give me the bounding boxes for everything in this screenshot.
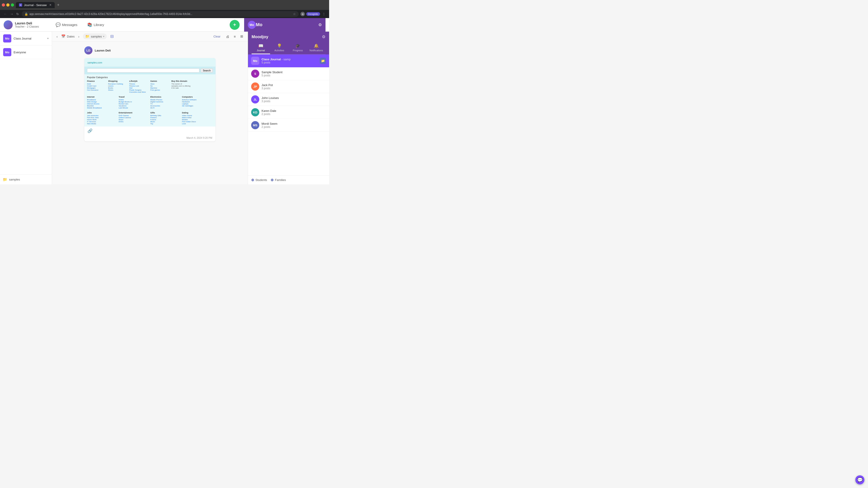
reload-button[interactable]: ↻: [16, 11, 20, 17]
student-mordiseem[interactable]: MS Mordi Seem 2 posts: [248, 119, 329, 132]
cat-travel-link-3[interactable]: Rental Cars: [119, 103, 149, 105]
cat-travel-link-2[interactable]: Budget Books in: [119, 101, 149, 103]
cat-dating-link-1[interactable]: Video Game: [182, 115, 213, 117]
class-journal-panel-item[interactable]: Mo Class Journal - samp 5 posts 📁: [248, 55, 329, 67]
cat-gifts-link-3[interactable]: Funera: [150, 119, 181, 121]
cat-computers-link-4[interactable]: Ink Cartridges: [182, 105, 213, 107]
class-journal-item[interactable]: Mo Class Journal ▾: [0, 32, 52, 45]
settings-button[interactable]: ⚙: [318, 22, 322, 27]
cat-computers-link-3[interactable]: Laptops: [182, 103, 213, 105]
cat-lifestyle-link-5[interactable]: Cosmetics and More: [129, 91, 149, 93]
tab-journal[interactable]: 📖 Journal: [252, 41, 270, 54]
cat-internet-link-3[interactable]: Internet Access: [87, 103, 118, 105]
list-view-button[interactable]: ≡: [232, 34, 237, 39]
add-button[interactable]: +: [230, 20, 240, 30]
back-toolbar-btn[interactable]: ‹: [55, 34, 59, 39]
cat-entertainment-link-2[interactable]: Online Casinos: [119, 117, 149, 119]
cat-entertainment-link-3[interactable]: Music: [119, 119, 149, 121]
cat-dating-link-4[interactable]: First Indian Disco: [182, 121, 213, 123]
cat-travel-link-5[interactable]: Last Minute: [119, 107, 149, 109]
cat-entertainment-link-4[interactable]: DVDs: [119, 121, 149, 123]
cat-dating-link-3[interactable]: Models: [182, 119, 213, 121]
active-tab[interactable]: S Journal - Seesaw ✕: [16, 2, 55, 8]
bookmark-button[interactable]: ☆: [293, 12, 296, 16]
cat-games-link-1[interactable]: Xbox: [150, 83, 170, 85]
messages-nav[interactable]: 💬 Messages: [53, 21, 80, 29]
cat-jobs-link-3[interactable]: Home Work: [87, 119, 118, 121]
cat-jobs-link-4[interactable]: IT Services: [87, 121, 118, 123]
student-johnlouises[interactable]: JL John Louises 3 posts: [248, 93, 329, 106]
forward-toolbar-btn[interactable]: ›: [77, 34, 81, 39]
cat-jobs-link-2[interactable]: Part-time Jobs: [87, 117, 118, 119]
student-karendale[interactable]: KD Karen Dale 2 posts: [248, 106, 329, 119]
close-button[interactable]: [2, 3, 5, 6]
cat-lifestyle-link-4[interactable]: Plastic Surgery: [129, 89, 149, 91]
profile-button[interactable]: ⋮: [321, 12, 327, 16]
cat-internet-link-1[interactable]: Broadband: [87, 99, 118, 101]
dates-section[interactable]: 📅 Dates: [61, 34, 74, 38]
filter-icon[interactable]: ⊟: [109, 33, 115, 39]
cat-computers-link-2[interactable]: Hardware: [182, 101, 213, 103]
student-sample[interactable]: S Sample Student 5 posts: [248, 67, 329, 80]
tab-close-icon[interactable]: ✕: [49, 3, 52, 6]
samples-folder[interactable]: 📁 samples: [3, 177, 49, 182]
link-icon[interactable]: 🔗: [88, 128, 92, 133]
cat-games-link-4[interactable]: Free games: [150, 89, 170, 91]
link-search-input[interactable]: [87, 68, 199, 72]
cat-gifts-link-2[interactable]: Flowers: [150, 117, 181, 119]
back-button[interactable]: ←: [3, 11, 8, 17]
cat-gifts-link-5[interactable]: Toy: [150, 123, 181, 125]
cat-gifts-link-4[interactable]: Music: [150, 121, 181, 123]
cat-shopping-link-3[interactable]: Books: [108, 87, 128, 89]
cat-electronics-link-1[interactable]: Mobile Phones: [150, 99, 181, 101]
minimize-button[interactable]: [6, 3, 9, 6]
cat-finance-link-2[interactable]: Credit Card: [87, 85, 107, 87]
add-students-button[interactable]: ⊕ Students: [251, 178, 267, 182]
library-nav[interactable]: 📚 Library: [85, 21, 106, 29]
cat-games-link-2[interactable]: No: [150, 85, 170, 87]
cat-travel-link-1[interactable]: Hotels: [119, 99, 149, 101]
cat-jobs-link-1[interactable]: Job vacancies: [87, 115, 118, 117]
grid-view-button[interactable]: ⊞: [239, 33, 245, 39]
cat-finance-link-1[interactable]: Debt: [87, 83, 107, 85]
cat-lifestyle-link-3[interactable]: Diet: [129, 87, 149, 89]
folder-section[interactable]: 📁 samples ▾: [83, 33, 107, 39]
clear-button[interactable]: Clear: [213, 35, 220, 38]
cat-shopping-link-1[interactable]: Romance Clothing: [108, 83, 128, 85]
cat-finance-link-3[interactable]: Mortgages: [87, 87, 107, 89]
cat-lifestyle-link-2[interactable]: Fitness Lost: [129, 85, 149, 87]
cat-games-link-3[interactable]: Machine: [150, 87, 170, 89]
link-url[interactable]: samples.com: [88, 61, 102, 64]
cat-gifts-link-1[interactable]: Birthday Gifts: [150, 115, 181, 117]
maximize-button[interactable]: [11, 3, 14, 6]
cat-computers-link-1[interactable]: Antivirus Software: [182, 99, 213, 101]
everyone-item[interactable]: Mo Everyone: [0, 45, 52, 59]
forward-button[interactable]: →: [9, 11, 14, 17]
cat-electronics-link-2[interactable]: Digital Cameras: [150, 101, 181, 103]
cat-finance-link-4[interactable]: Car Insurance: [87, 89, 107, 91]
tab-activities[interactable]: 💡 Activities: [270, 41, 289, 54]
address-bar[interactable]: 🔒 app.seesaw.me/#/class/class.e01bf4c2-9…: [22, 11, 299, 17]
cat-entertainment-link-1[interactable]: DVD Games: [119, 115, 149, 117]
cat-dating-link-5[interactable]: Love: [182, 123, 213, 125]
cat-travel-link-4[interactable]: Vacations: [119, 105, 149, 107]
cat-lifestyle-link-1[interactable]: Fitness: [129, 83, 149, 85]
cat-jobs-link-5[interactable]: New Media: [87, 123, 118, 125]
cat-dating-link-2[interactable]: Match Artist: [182, 117, 213, 119]
cat-shopping-link-2[interactable]: Linens: [108, 85, 128, 87]
student-jackpot[interactable]: JP Jack Pot 3 posts: [248, 80, 329, 93]
cat-internet-link-4[interactable]: Blacklist: [87, 105, 118, 107]
cat-internet-link-2[interactable]: Web Design: [87, 101, 118, 103]
panel-settings-button[interactable]: ⚙: [322, 34, 326, 39]
cat-electronics-link-4[interactable]: Accessories: [150, 105, 181, 107]
cat-shopping-link-4[interactable]: Shoes: [108, 89, 128, 91]
cat-electronics-link-5[interactable]: Wi-Fi: [150, 107, 181, 109]
new-tab-button[interactable]: +: [56, 2, 61, 8]
tab-progress[interactable]: 🎓 Progress: [289, 41, 307, 54]
tab-notifications[interactable]: 🔔 Notifications: [307, 41, 326, 54]
add-families-button[interactable]: ⊕ Families: [271, 178, 286, 182]
extensions-button[interactable]: ⊞: [301, 12, 305, 16]
cat-internet-link-5[interactable]: Mobile Broadband: [87, 107, 118, 109]
link-search-button[interactable]: Search: [201, 68, 213, 72]
cat-electronics-link-3[interactable]: TV: [150, 103, 181, 105]
